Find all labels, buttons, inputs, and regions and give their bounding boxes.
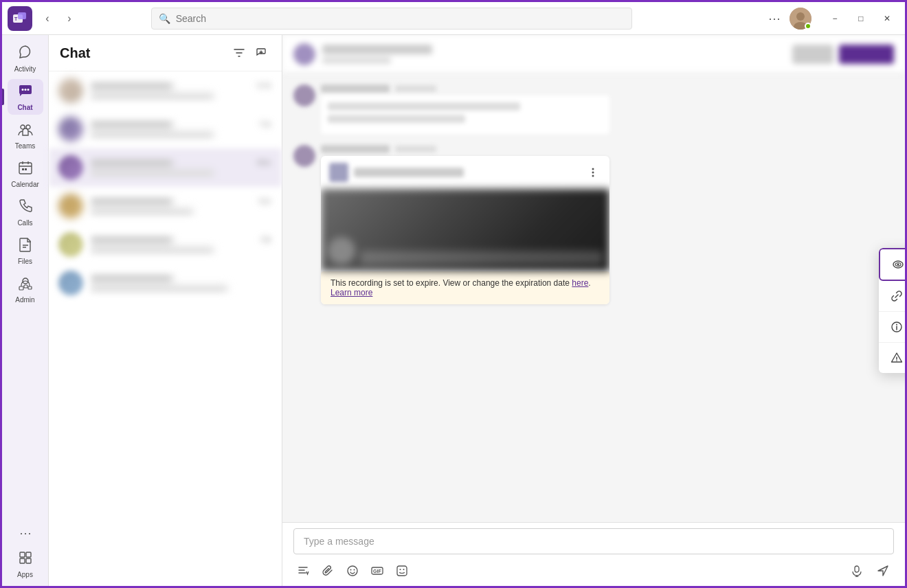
chat-info: 9:41 xyxy=(90,81,272,101)
svg-point-28 xyxy=(354,569,355,571)
sidebar-item-admin[interactable]: Admin xyxy=(8,271,43,307)
active-indicator xyxy=(2,89,4,105)
expiry-notice: This recording is set to expire. View or… xyxy=(321,271,609,304)
calendar-icon xyxy=(18,160,33,179)
message-toolbar: GIF xyxy=(293,560,894,582)
search-bar[interactable]: 🔍 xyxy=(151,8,632,30)
message-text xyxy=(328,102,520,111)
maximize-button[interactable]: □ xyxy=(849,9,873,28)
chat-preview xyxy=(90,93,214,101)
sidebar-item-files[interactable]: Files xyxy=(8,233,43,269)
more-options-button[interactable]: ⋯ xyxy=(765,9,784,28)
svg-text:GIF: GIF xyxy=(373,569,381,574)
main-layout: Activity Chat xyxy=(2,35,905,588)
back-button[interactable]: ‹ xyxy=(38,9,57,28)
calls-icon xyxy=(18,199,33,217)
chat-avatar xyxy=(58,155,83,180)
svg-rect-18 xyxy=(28,286,32,289)
sidebar-item-label-chat: Chat xyxy=(17,104,32,111)
video-call-button xyxy=(839,45,894,64)
message-row xyxy=(293,84,894,134)
chat-time: Sun xyxy=(258,196,272,206)
chat-preview xyxy=(90,170,214,178)
expiry-text: This recording is set to expire. View or… xyxy=(331,278,572,288)
chat-avatar xyxy=(58,117,83,142)
main-content: This recording is set to expire. View or… xyxy=(282,35,905,588)
chat-info: Mon xyxy=(90,158,272,178)
context-menu-learn-more[interactable]: Learn more xyxy=(879,312,905,343)
svg-point-37 xyxy=(897,264,899,266)
emoji-button[interactable] xyxy=(343,561,362,580)
recording-header xyxy=(321,156,609,189)
audio-button[interactable] xyxy=(847,561,866,580)
context-menu-report-problem[interactable]: Report a problem xyxy=(879,343,905,373)
message-body: This recording is set to expire. View or… xyxy=(321,145,894,318)
titlebar-right: ⋯ − □ ✕ xyxy=(765,8,899,30)
search-input[interactable] xyxy=(176,13,625,24)
expiry-link-learn-more[interactable]: Learn more xyxy=(331,288,372,297)
chat-list: 9:41 Tue xyxy=(49,71,282,588)
messages-area: This recording is set to expire. View or… xyxy=(282,74,905,522)
chat-header-info xyxy=(322,45,785,64)
list-item[interactable]: Mon xyxy=(49,148,282,187)
more-button[interactable]: ⋯ xyxy=(19,525,32,541)
minimize-button[interactable]: − xyxy=(822,9,847,28)
list-item[interactable]: 9:41 xyxy=(49,71,282,110)
sidebar-item-chat[interactable]: Chat xyxy=(8,79,43,115)
filter-button[interactable] xyxy=(229,43,249,63)
gif-button[interactable]: GIF xyxy=(368,561,387,580)
chat-name xyxy=(90,273,172,283)
sidebar-item-label-files: Files xyxy=(18,258,32,265)
sidebar-item-activity[interactable]: Activity xyxy=(8,41,43,76)
forward-button[interactable]: › xyxy=(60,9,79,28)
list-item[interactable]: Tue xyxy=(49,110,282,148)
chat-info: Sun xyxy=(90,196,272,216)
list-item[interactable]: Sun xyxy=(49,187,282,225)
message-avatar xyxy=(293,145,315,167)
context-menu-open-in-stream[interactable]: Open in Stream xyxy=(880,249,905,280)
recording-more-button[interactable] xyxy=(585,164,601,181)
sidebar-item-label-activity: Activity xyxy=(14,65,36,73)
svg-point-8 xyxy=(24,89,26,91)
close-button[interactable]: ✕ xyxy=(875,9,899,28)
svg-text:T: T xyxy=(14,16,18,21)
chat-icon xyxy=(18,83,33,102)
svg-point-24 xyxy=(592,172,594,174)
context-menu-get-link[interactable]: Get link xyxy=(879,281,905,312)
svg-point-39 xyxy=(896,324,897,326)
svg-rect-16 xyxy=(19,286,23,290)
expiry-link-here[interactable]: here xyxy=(572,278,588,288)
svg-point-7 xyxy=(21,89,23,91)
message-sender xyxy=(321,145,390,153)
svg-point-25 xyxy=(592,175,594,177)
svg-point-32 xyxy=(400,569,401,570)
sidebar-item-teams[interactable]: Teams xyxy=(8,117,43,153)
sidebar-item-calendar[interactable]: Calendar xyxy=(8,156,43,192)
chat-time: Tue xyxy=(259,120,272,129)
svg-rect-19 xyxy=(20,552,25,557)
new-chat-button[interactable] xyxy=(251,43,271,63)
svg-rect-20 xyxy=(26,552,31,557)
attach-button[interactable] xyxy=(318,561,337,580)
recording-info xyxy=(329,163,579,182)
message-input-area: Type a message xyxy=(282,522,905,588)
message-input[interactable]: Type a message xyxy=(293,528,894,554)
chat-name xyxy=(90,81,172,91)
expiry-between: . xyxy=(588,278,590,288)
window-controls: − □ ✕ xyxy=(822,9,899,28)
sticker-button[interactable] xyxy=(392,561,412,580)
svg-point-4 xyxy=(796,12,805,21)
send-button[interactable] xyxy=(872,560,894,582)
user-avatar-wrap[interactable] xyxy=(790,8,811,30)
chat-info xyxy=(90,273,272,293)
svg-point-9 xyxy=(27,89,29,91)
admin-icon xyxy=(18,275,33,294)
sidebar-item-calls[interactable]: Calls xyxy=(8,194,43,230)
sidebar-item-apps[interactable]: Apps xyxy=(8,546,43,582)
format-button[interactable] xyxy=(293,561,313,580)
chat-header-name xyxy=(322,45,432,54)
list-item[interactable] xyxy=(49,264,282,302)
stream-icon xyxy=(891,258,905,271)
apps-icon xyxy=(18,550,33,569)
list-item[interactable]: Sat xyxy=(49,225,282,264)
